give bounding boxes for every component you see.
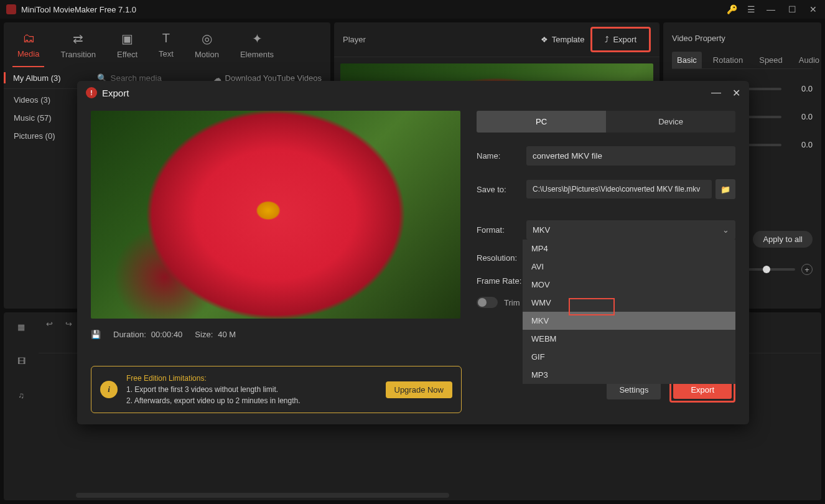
format-option-mov[interactable]: MOV — [523, 276, 735, 294]
property-title: Video Property — [672, 29, 813, 52]
trim-label: Trim — [504, 298, 520, 307]
tab-transition-label: Transition — [60, 50, 96, 59]
elements-icon: ✦ — [252, 31, 263, 46]
name-label: Name: — [477, 151, 526, 161]
format-dropdown: MP4 AVI MOV WMV MKV WEBM GIF MP3 — [523, 240, 735, 384]
format-option-mp3[interactable]: MP3 — [523, 366, 735, 384]
transition-icon: ⇄ — [73, 31, 83, 46]
browse-folder-button[interactable]: 📁 — [715, 179, 735, 199]
template-label: Template — [552, 35, 585, 44]
timeline-scrollbar[interactable] — [76, 493, 449, 498]
tab-media-label: Media — [17, 49, 39, 58]
text-icon: T — [162, 31, 170, 45]
limits-line-1: 1. Export the first 3 videos without len… — [126, 384, 377, 395]
minimize-button[interactable]: — — [765, 4, 776, 14]
duration-label: Duration: — [113, 330, 146, 339]
prop-tab-audio[interactable]: Audio — [794, 52, 824, 68]
app-title: MiniTool MovieMaker Free 7.1.0 — [21, 5, 727, 14]
format-value: MKV — [533, 225, 550, 235]
dialog-close-button[interactable]: ✕ — [732, 87, 740, 99]
player-label: Player — [343, 35, 534, 44]
tab-elements[interactable]: ✦ Elements — [235, 29, 279, 67]
tab-motion-label: Motion — [195, 50, 219, 59]
audio-track-icon[interactable]: ♫ — [18, 391, 24, 400]
export-preview-image — [91, 111, 460, 319]
free-limitations-box: i Free Edition Limitations: 1. Export th… — [91, 366, 462, 413]
info-icon: i — [100, 381, 118, 398]
limits-title: Free Edition Limitations: — [126, 373, 377, 384]
export-button-highlight: ⤴ Export — [590, 27, 651, 52]
tab-text[interactable]: T Text — [154, 29, 179, 67]
video-track-icon[interactable]: 🎞 — [17, 357, 26, 366]
album-title[interactable]: My Album (3) — [13, 73, 61, 83]
format-option-webm[interactable]: WEBM — [523, 330, 735, 348]
prop-tab-speed[interactable]: Speed — [754, 52, 788, 68]
prop-tab-rotation[interactable]: Rotation — [708, 52, 748, 68]
zoom-plus-icon[interactable]: + — [801, 264, 813, 275]
folder-icon: 🗂 — [22, 31, 35, 45]
prop-tab-basic[interactable]: Basic — [672, 52, 702, 68]
redo-icon[interactable]: ↪ — [65, 319, 72, 329]
seg-device[interactable]: Device — [606, 111, 735, 133]
dialog-title: Export — [102, 88, 700, 98]
name-input[interactable] — [526, 146, 735, 166]
resolution-label: Resolution: — [477, 253, 526, 263]
hamburger-icon[interactable]: ☰ — [747, 4, 755, 14]
titlebar: MiniTool MovieMaker Free 7.1.0 🔑 ☰ — ☐ ✕ — [0, 0, 825, 19]
dialog-minimize-button[interactable]: — — [711, 87, 721, 98]
tab-motion[interactable]: ◎ Motion — [190, 29, 224, 67]
undo-icon[interactable]: ↩ — [46, 319, 53, 329]
tab-elements-label: Elements — [240, 50, 274, 59]
format-option-mp4[interactable]: MP4 — [523, 240, 735, 258]
folder-open-icon: 📁 — [720, 185, 730, 194]
format-option-mkv[interactable]: MKV — [523, 312, 735, 330]
dialog-logo: ! — [86, 87, 97, 98]
format-option-gif[interactable]: GIF — [523, 348, 735, 366]
seg-pc[interactable]: PC — [477, 111, 606, 133]
chevron-down-icon: ⌄ — [722, 225, 729, 235]
close-button[interactable]: ✕ — [808, 4, 819, 14]
template-button[interactable]: ❖ Template — [534, 31, 591, 48]
framerate-label: Frame Rate: — [477, 276, 526, 286]
export-label: Export — [613, 35, 636, 44]
apply-to-all-button[interactable]: Apply to all — [753, 231, 813, 248]
save-to-input[interactable] — [526, 180, 712, 198]
tab-media[interactable]: 🗂 Media — [12, 29, 44, 67]
export-button[interactable]: ⤴ Export — [599, 31, 643, 48]
effect-icon: ▣ — [121, 31, 133, 46]
trim-toggle[interactable] — [477, 297, 498, 308]
export-icon: ⤴ — [605, 35, 609, 44]
tab-transition[interactable]: ⇄ Transition — [55, 29, 101, 67]
motion-icon: ◎ — [202, 31, 212, 46]
format-select[interactable]: MKV ⌄ — [526, 220, 735, 240]
add-media-icon[interactable]: ▦ — [17, 322, 25, 332]
upgrade-now-button[interactable]: Upgrade Now — [386, 381, 453, 398]
export-dialog: ! Export — ✕ 💾 Duration: 00:00:40 Size: … — [77, 81, 749, 424]
key-icon[interactable]: 🔑 — [727, 4, 737, 14]
duration-value: 00:00:40 — [151, 330, 183, 339]
maximize-button[interactable]: ☐ — [786, 4, 798, 14]
app-logo — [6, 4, 16, 14]
limits-line-2: 2. Afterwards, export video up to 2 minu… — [126, 395, 377, 406]
format-option-wmv[interactable]: WMV — [523, 294, 735, 312]
size-label: Size: — [195, 330, 213, 339]
format-option-avi[interactable]: AVI — [523, 258, 735, 276]
size-value: 40 M — [218, 330, 236, 339]
tab-effect-label: Effect — [117, 50, 138, 59]
format-label: Format: — [477, 225, 526, 235]
save-disk-icon: 💾 — [91, 330, 101, 339]
tab-text-label: Text — [159, 49, 174, 58]
save-to-label: Save to: — [477, 185, 526, 194]
template-icon: ❖ — [541, 35, 548, 44]
tab-effect[interactable]: ▣ Effect — [112, 29, 142, 67]
